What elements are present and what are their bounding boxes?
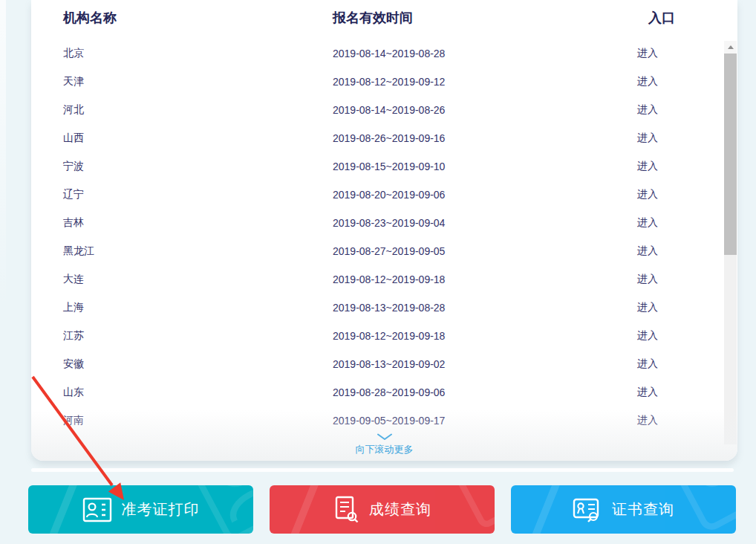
valid-time: 2019-08-14~2019-08-26	[333, 104, 445, 116]
province-name: 山东	[63, 386, 84, 399]
valid-time: 2019-08-28~2019-09-06	[333, 386, 445, 398]
button-label: 准考证打印	[122, 499, 200, 519]
table-row: 河南 2019-09-05~2019-09-17 进入	[31, 407, 737, 435]
enter-link[interactable]: 进入	[637, 329, 658, 343]
valid-time: 2019-08-14~2019-08-28	[333, 48, 445, 59]
section-divider	[31, 468, 734, 472]
valid-time: 2019-08-20~2019-09-06	[333, 189, 445, 201]
valid-time: 2019-08-23~2019-09-04	[333, 217, 445, 229]
table-row: 山东 2019-08-28~2019-09-06 进入	[31, 378, 737, 407]
chevron-down-icon	[377, 433, 393, 441]
valid-time: 2019-08-12~2019-09-12	[333, 76, 445, 88]
valid-time: 2019-08-13~2019-08-28	[333, 302, 445, 314]
table-header-row: 机构名称 报名有效时间 入口	[31, 0, 737, 34]
button-label: 证书查询	[612, 499, 674, 519]
scroll-more[interactable]: 向下滚动更多	[31, 433, 737, 456]
province-name: 河南	[63, 414, 84, 427]
certificate-query-button[interactable]: 证书查询	[511, 485, 736, 534]
valid-time: 2019-08-26~2019-09-16	[333, 132, 445, 144]
table-row: 江苏 2019-08-12~2019-09-18 进入	[31, 322, 737, 350]
province-name: 辽宁	[63, 188, 84, 201]
scrollbar-up-arrow[interactable]	[724, 41, 737, 54]
table-row: 天津 2019-08-12~2019-09-12 进入	[31, 68, 737, 96]
table-row: 吉林 2019-08-23~2019-09-04 进入	[31, 209, 737, 237]
enter-link[interactable]: 进入	[637, 188, 658, 201]
valid-time: 2019-08-27~2019-09-05	[333, 245, 445, 257]
col-header-valid-time: 报名有效时间	[333, 9, 413, 27]
enter-link[interactable]: 进入	[637, 160, 658, 173]
enter-link[interactable]: 进入	[637, 386, 658, 399]
province-name: 吉林	[63, 216, 84, 230]
print-admission-ticket-button[interactable]: 准考证打印	[28, 485, 253, 534]
valid-time: 2019-08-12~2019-09-18	[333, 330, 445, 342]
enter-link[interactable]: 进入	[637, 414, 658, 427]
table-row: 北京 2019-08-14~2019-08-28 进入	[31, 39, 737, 68]
table-row: 河北 2019-08-14~2019-08-26 进入	[31, 96, 737, 124]
col-header-institution: 机构名称	[63, 9, 117, 27]
scrollbar[interactable]	[724, 41, 737, 444]
valid-time: 2019-09-05~2019-09-17	[333, 415, 445, 427]
table-row: 辽宁 2019-08-20~2019-09-06 进入	[31, 181, 737, 209]
button-deco-slash	[524, 485, 561, 534]
province-name: 北京	[63, 47, 84, 60]
col-header-entry: 入口	[648, 9, 675, 27]
province-name: 天津	[63, 75, 84, 88]
province-table-panel: 机构名称 报名有效时间 入口 北京 2019-08-14~2019-08-28 …	[31, 0, 737, 461]
province-name: 大连	[63, 273, 84, 286]
button-label: 成绩查询	[369, 499, 431, 519]
province-name: 黑龙江	[63, 245, 94, 258]
province-name: 安徽	[63, 357, 84, 371]
valid-time: 2019-08-13~2019-09-02	[333, 358, 445, 370]
up-triangle-icon	[728, 45, 734, 49]
enter-link[interactable]: 进入	[637, 103, 658, 117]
button-deco-slash	[42, 485, 79, 534]
enter-link[interactable]: 进入	[637, 245, 658, 258]
table-row: 黑龙江 2019-08-27~2019-09-05 进入	[31, 237, 737, 265]
province-name: 河北	[63, 103, 84, 117]
enter-link[interactable]: 进入	[637, 273, 658, 286]
enter-link[interactable]: 进入	[637, 75, 658, 88]
scroll-more-label: 向下滚动更多	[356, 443, 414, 456]
score-search-icon	[333, 496, 359, 523]
score-query-button[interactable]: 成绩查询	[270, 485, 495, 534]
province-name: 上海	[63, 301, 84, 314]
province-name: 山西	[63, 132, 84, 145]
certificate-search-icon	[573, 496, 602, 523]
table-body: 北京 2019-08-14~2019-08-28 进入 天津 2019-08-1…	[31, 39, 737, 435]
table-row: 安徽 2019-08-13~2019-09-02 进入	[31, 350, 737, 378]
table-row: 上海 2019-08-13~2019-08-28 进入	[31, 294, 737, 322]
enter-link[interactable]: 进入	[637, 301, 658, 314]
valid-time: 2019-08-15~2019-09-10	[333, 161, 445, 172]
button-deco-slash	[283, 485, 320, 534]
score-search-watermark	[426, 485, 495, 534]
table-row: 山西 2019-08-26~2019-09-16 进入	[31, 124, 737, 152]
scrollbar-thumb[interactable]	[724, 54, 737, 255]
enter-link[interactable]: 进入	[637, 216, 658, 230]
table-row: 大连 2019-08-12~2019-09-18 进入	[31, 265, 737, 294]
province-name: 江苏	[63, 329, 84, 343]
page-left-sheen	[0, 0, 6, 312]
province-name: 宁波	[63, 160, 84, 173]
enter-link[interactable]: 进入	[637, 132, 658, 145]
enter-link[interactable]: 进入	[637, 47, 658, 60]
enter-link[interactable]: 进入	[637, 357, 658, 371]
admission-ticket-icon	[82, 497, 112, 522]
valid-time: 2019-08-12~2019-09-18	[333, 273, 445, 285]
table-row: 宁波 2019-08-15~2019-09-10 进入	[31, 152, 737, 181]
